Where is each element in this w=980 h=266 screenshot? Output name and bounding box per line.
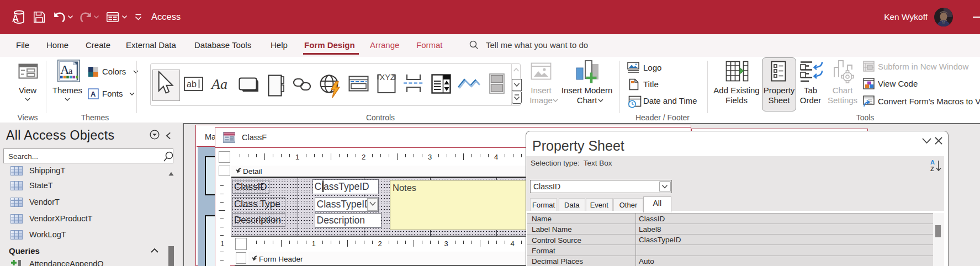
svg-text:Z: Z — [930, 166, 934, 172]
svg-text:a: a — [68, 66, 73, 76]
svg-text:A: A — [930, 159, 935, 166]
svg-text:A: A — [91, 90, 96, 98]
svg-text:ab: ab — [187, 79, 197, 89]
svg-text:XYZ: XYZ — [380, 73, 395, 82]
